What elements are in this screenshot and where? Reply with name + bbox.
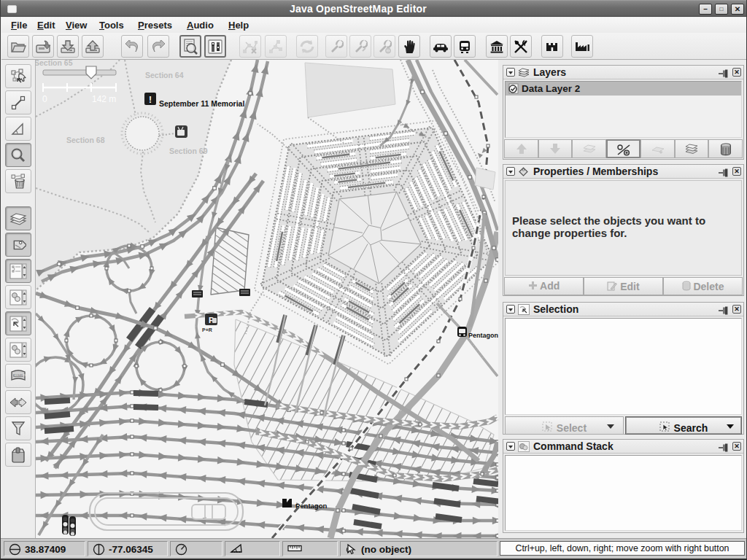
svg-text:0: 0 — [42, 94, 47, 104]
svg-text:!: ! — [149, 95, 152, 105]
svg-text:Pentagon: Pentagon — [468, 332, 498, 339]
svg-text:P+R: P+R — [202, 327, 212, 332]
svg-text:142 m: 142 m — [92, 94, 116, 104]
svg-text:HISTORY: HISTORY — [15, 374, 26, 377]
svg-text:Section 69: Section 69 — [169, 147, 208, 155]
svg-text:Pentagon: Pentagon — [295, 502, 327, 510]
svg-text:September 11 Memorial: September 11 Memorial — [159, 99, 244, 108]
svg-text:Section 64: Section 64 — [145, 71, 184, 79]
svg-text:Section 68: Section 68 — [66, 136, 105, 144]
svg-text:Section 65: Section 65 — [36, 60, 73, 67]
